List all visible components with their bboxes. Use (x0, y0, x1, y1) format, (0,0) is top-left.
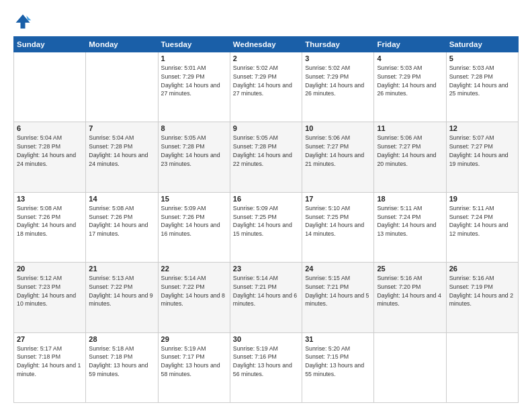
day-cell: 10Sunrise: 5:06 AM Sunset: 7:27 PM Dayli… (302, 122, 374, 192)
day-number: 5 (449, 54, 515, 62)
day-cell: 7Sunrise: 5:04 AM Sunset: 7:28 PM Daylig… (86, 122, 158, 192)
day-detail: Sunrise: 5:15 AM Sunset: 7:21 PM Dayligh… (305, 274, 371, 308)
day-number: 29 (161, 335, 227, 343)
day-cell: 16Sunrise: 5:09 AM Sunset: 7:25 PM Dayli… (230, 192, 302, 262)
day-number: 28 (89, 335, 154, 343)
day-detail: Sunrise: 5:04 AM Sunset: 7:28 PM Dayligh… (89, 134, 154, 168)
day-detail: Sunrise: 5:19 AM Sunset: 7:16 PM Dayligh… (233, 345, 299, 379)
day-number: 24 (305, 265, 371, 273)
day-detail: Sunrise: 5:05 AM Sunset: 7:28 PM Dayligh… (161, 134, 227, 168)
day-number: 12 (449, 124, 515, 132)
day-cell: 27Sunrise: 5:17 AM Sunset: 7:18 PM Dayli… (14, 332, 86, 402)
day-detail: Sunrise: 5:14 AM Sunset: 7:21 PM Dayligh… (233, 274, 299, 308)
day-detail: Sunrise: 5:04 AM Sunset: 7:28 PM Dayligh… (17, 134, 83, 168)
day-number: 30 (233, 335, 299, 343)
day-number: 11 (377, 124, 443, 132)
day-number: 4 (377, 54, 443, 62)
day-number: 10 (305, 124, 371, 132)
logo-icon (13, 12, 32, 31)
day-cell: 9Sunrise: 5:05 AM Sunset: 7:28 PM Daylig… (230, 122, 302, 192)
day-detail: Sunrise: 5:02 AM Sunset: 7:29 PM Dayligh… (305, 64, 371, 98)
day-detail: Sunrise: 5:16 AM Sunset: 7:19 PM Dayligh… (449, 274, 515, 308)
day-cell: 15Sunrise: 5:09 AM Sunset: 7:26 PM Dayli… (158, 192, 230, 262)
day-cell (374, 332, 446, 402)
day-cell: 17Sunrise: 5:10 AM Sunset: 7:25 PM Dayli… (302, 192, 374, 262)
day-detail: Sunrise: 5:09 AM Sunset: 7:26 PM Dayligh… (161, 204, 227, 238)
day-number: 21 (89, 265, 154, 273)
day-detail: Sunrise: 5:20 AM Sunset: 7:15 PM Dayligh… (305, 345, 371, 379)
day-number: 13 (17, 195, 83, 203)
day-cell: 25Sunrise: 5:16 AM Sunset: 7:20 PM Dayli… (374, 263, 446, 332)
day-cell: 31Sunrise: 5:20 AM Sunset: 7:15 PM Dayli… (302, 332, 374, 402)
day-detail: Sunrise: 5:03 AM Sunset: 7:29 PM Dayligh… (377, 64, 443, 98)
week-row-1: 1Sunrise: 5:01 AM Sunset: 7:29 PM Daylig… (14, 52, 519, 122)
day-detail: Sunrise: 5:03 AM Sunset: 7:28 PM Dayligh… (449, 64, 515, 98)
logo (13, 12, 35, 31)
day-number: 16 (233, 195, 299, 203)
day-cell: 18Sunrise: 5:11 AM Sunset: 7:24 PM Dayli… (374, 192, 446, 262)
day-number: 31 (305, 335, 371, 343)
day-detail: Sunrise: 5:18 AM Sunset: 7:18 PM Dayligh… (89, 345, 154, 379)
day-detail: Sunrise: 5:06 AM Sunset: 7:27 PM Dayligh… (305, 134, 371, 168)
day-cell: 19Sunrise: 5:11 AM Sunset: 7:24 PM Dayli… (446, 192, 518, 262)
day-cell: 14Sunrise: 5:08 AM Sunset: 7:26 PM Dayli… (86, 192, 158, 262)
day-number: 23 (233, 265, 299, 273)
col-header-tuesday: Tuesday (158, 37, 230, 52)
day-cell: 28Sunrise: 5:18 AM Sunset: 7:18 PM Dayli… (86, 332, 158, 402)
week-row-4: 20Sunrise: 5:12 AM Sunset: 7:23 PM Dayli… (14, 263, 519, 332)
day-cell: 23Sunrise: 5:14 AM Sunset: 7:21 PM Dayli… (230, 263, 302, 332)
day-number: 8 (161, 124, 227, 132)
day-detail: Sunrise: 5:19 AM Sunset: 7:17 PM Dayligh… (161, 345, 227, 379)
col-header-saturday: Saturday (446, 37, 518, 52)
day-cell (14, 52, 86, 122)
day-detail: Sunrise: 5:16 AM Sunset: 7:20 PM Dayligh… (377, 274, 443, 308)
day-number: 15 (161, 195, 227, 203)
day-detail: Sunrise: 5:05 AM Sunset: 7:28 PM Dayligh… (233, 134, 299, 168)
day-cell: 3Sunrise: 5:02 AM Sunset: 7:29 PM Daylig… (302, 52, 374, 122)
day-detail: Sunrise: 5:11 AM Sunset: 7:24 PM Dayligh… (449, 204, 515, 238)
day-number: 9 (233, 124, 299, 132)
day-detail: Sunrise: 5:12 AM Sunset: 7:23 PM Dayligh… (17, 274, 83, 308)
day-cell: 2Sunrise: 5:02 AM Sunset: 7:29 PM Daylig… (230, 52, 302, 122)
day-number: 2 (233, 54, 299, 62)
day-detail: Sunrise: 5:10 AM Sunset: 7:25 PM Dayligh… (305, 204, 371, 238)
day-detail: Sunrise: 5:13 AM Sunset: 7:22 PM Dayligh… (89, 274, 154, 308)
day-cell (446, 332, 518, 402)
header (13, 12, 519, 31)
day-cell: 4Sunrise: 5:03 AM Sunset: 7:29 PM Daylig… (374, 52, 446, 122)
day-cell: 13Sunrise: 5:08 AM Sunset: 7:26 PM Dayli… (14, 192, 86, 262)
col-header-thursday: Thursday (302, 37, 374, 52)
day-cell: 24Sunrise: 5:15 AM Sunset: 7:21 PM Dayli… (302, 263, 374, 332)
col-header-monday: Monday (86, 37, 158, 52)
page: SundayMondayTuesdayWednesdayThursdayFrid… (0, 0, 532, 411)
day-cell: 21Sunrise: 5:13 AM Sunset: 7:22 PM Dayli… (86, 263, 158, 332)
day-cell: 1Sunrise: 5:01 AM Sunset: 7:29 PM Daylig… (158, 52, 230, 122)
week-row-3: 13Sunrise: 5:08 AM Sunset: 7:26 PM Dayli… (14, 192, 519, 262)
day-cell: 12Sunrise: 5:07 AM Sunset: 7:27 PM Dayli… (446, 122, 518, 192)
day-detail: Sunrise: 5:11 AM Sunset: 7:24 PM Dayligh… (377, 204, 443, 238)
day-cell: 11Sunrise: 5:06 AM Sunset: 7:27 PM Dayli… (374, 122, 446, 192)
svg-marker-0 (16, 15, 30, 29)
day-cell: 6Sunrise: 5:04 AM Sunset: 7:28 PM Daylig… (14, 122, 86, 192)
calendar-table: SundayMondayTuesdayWednesdayThursdayFrid… (13, 36, 519, 403)
day-detail: Sunrise: 5:08 AM Sunset: 7:26 PM Dayligh… (89, 204, 154, 238)
day-detail: Sunrise: 5:02 AM Sunset: 7:29 PM Dayligh… (233, 64, 299, 98)
col-header-wednesday: Wednesday (230, 37, 302, 52)
day-detail: Sunrise: 5:01 AM Sunset: 7:29 PM Dayligh… (161, 64, 227, 98)
day-cell: 22Sunrise: 5:14 AM Sunset: 7:22 PM Dayli… (158, 263, 230, 332)
day-number: 25 (377, 265, 443, 273)
day-number: 20 (17, 265, 83, 273)
day-number: 17 (305, 195, 371, 203)
day-number: 6 (17, 124, 83, 132)
week-row-5: 27Sunrise: 5:17 AM Sunset: 7:18 PM Dayli… (14, 332, 519, 402)
day-number: 14 (89, 195, 154, 203)
day-number: 7 (89, 124, 154, 132)
day-detail: Sunrise: 5:17 AM Sunset: 7:18 PM Dayligh… (17, 345, 83, 379)
day-number: 19 (449, 195, 515, 203)
day-number: 3 (305, 54, 371, 62)
day-cell: 30Sunrise: 5:19 AM Sunset: 7:16 PM Dayli… (230, 332, 302, 402)
day-cell: 20Sunrise: 5:12 AM Sunset: 7:23 PM Dayli… (14, 263, 86, 332)
week-row-2: 6Sunrise: 5:04 AM Sunset: 7:28 PM Daylig… (14, 122, 519, 192)
col-header-friday: Friday (374, 37, 446, 52)
day-number: 18 (377, 195, 443, 203)
